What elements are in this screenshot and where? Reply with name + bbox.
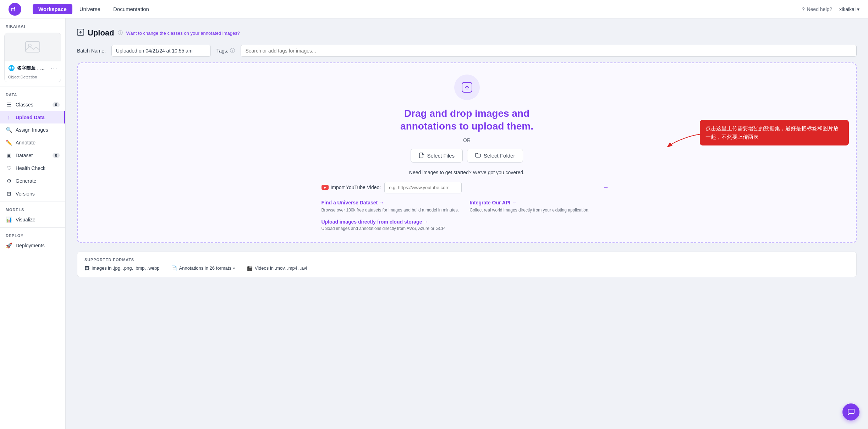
sidebar-item-label: Dataset	[16, 153, 49, 158]
universe-dataset-link-card: Find a Universe Dataset → Browse over 10…	[322, 200, 464, 213]
nav-right: ? Need help? xikaikai ▾	[802, 6, 859, 12]
chat-bubble-button[interactable]	[842, 403, 859, 420]
sidebar-item-classes[interactable]: ☰ Classes 0	[0, 98, 65, 111]
sidebar-item-label: Versions	[16, 191, 60, 197]
sidebar-item-deployments[interactable]: 🚀 Deployments	[0, 239, 65, 252]
select-folder-button[interactable]: Select Folder	[467, 149, 523, 163]
api-link-card: Integrate Our API → Collect real world i…	[470, 200, 612, 213]
folder-icon	[475, 153, 481, 158]
upload-arrow-icon	[77, 29, 84, 36]
links-grid: Find a Universe Dataset → Browse over 10…	[322, 200, 612, 213]
universe-dataset-desc: Browse over 100k free datasets for image…	[322, 207, 464, 213]
sidebar-item-versions[interactable]: ⊟ Versions	[0, 187, 65, 200]
page-header: Upload ⓘ Want to change the classes on y…	[77, 28, 857, 38]
youtube-input-wrap: →	[384, 182, 612, 193]
need-help-button[interactable]: ? Need help?	[802, 6, 832, 12]
project-name: 名字随意，最好…	[17, 65, 49, 71]
upload-page-icon	[77, 29, 84, 38]
deployments-icon: 🚀	[6, 242, 12, 249]
sidebar-divider-1	[0, 87, 65, 87]
nav-documentation[interactable]: Documentation	[108, 4, 155, 14]
youtube-url-input[interactable]	[384, 182, 462, 193]
page-title: Upload	[88, 28, 114, 38]
sidebar-item-health-check[interactable]: ♡ Health Check	[0, 162, 65, 175]
change-classes-link[interactable]: Want to change the classes on your annot…	[126, 31, 240, 36]
roboflow-logo-icon: rf	[9, 3, 21, 16]
sidebar-item-label: Classes	[16, 102, 49, 108]
help-circle-icon: ⓘ	[118, 30, 123, 36]
sidebar-item-dataset[interactable]: ▣ Dataset 0	[0, 149, 65, 162]
dropzone-need-images: Need images to get started? We've got yo…	[409, 170, 524, 175]
chat-icon	[847, 408, 855, 416]
sidebar-models-label: Models	[0, 203, 65, 213]
project-type: Object Detection	[5, 75, 61, 82]
batch-tags-row: Batch Name: Tags: ⓘ	[77, 45, 857, 57]
sidebar-data-label: Data	[0, 88, 65, 98]
callout-text: 点击这里上传需要增强的数据集，最好是把标签和图片放一起，不然要上传两次	[700, 120, 849, 145]
sidebar-deploy-label: Deploy	[0, 229, 65, 239]
cloud-storage-link[interactable]: Upload images directly from cloud storag…	[322, 219, 612, 225]
username-label: xikaikai	[839, 6, 856, 12]
integrate-api-link[interactable]: Integrate Our API →	[470, 200, 612, 205]
help-icon: ?	[802, 6, 805, 12]
universe-dataset-link[interactable]: Find a Universe Dataset →	[322, 200, 464, 205]
tags-help-icon: ⓘ	[230, 48, 235, 54]
nav-universe[interactable]: Universe	[74, 4, 106, 14]
project-thumbnail	[5, 33, 61, 61]
dropzone-icon-circle	[454, 75, 480, 100]
sidebar-item-visualize[interactable]: 📊 Visualize	[0, 213, 65, 226]
youtube-submit-arrow[interactable]: →	[603, 184, 609, 191]
youtube-row: Import YouTube Video: →	[322, 182, 612, 193]
sidebar-item-upload-data[interactable]: ↑ Upload Data	[0, 111, 65, 123]
nav-workspace[interactable]: Workspace	[33, 4, 72, 14]
callout-arrow-svg	[664, 127, 707, 152]
roboflow-logo[interactable]: rf	[9, 3, 21, 16]
select-files-button[interactable]: Select Files	[411, 149, 463, 163]
sidebar-item-label: Health Check	[16, 165, 60, 171]
sidebar: XIKAIKAI 🌐 名字随意，最好… ⋯ Object Detection D…	[0, 18, 66, 429]
user-menu[interactable]: xikaikai ▾	[839, 6, 859, 12]
dropzone-title: Drag and drop images and annotations to …	[400, 107, 533, 133]
sidebar-item-label: Deployments	[16, 243, 60, 248]
generate-icon: ⚙	[6, 178, 12, 184]
dropzone-upload-icon	[461, 82, 473, 93]
sidebar-item-label: Assign Images	[16, 127, 60, 133]
chevron-down-icon: ▾	[857, 6, 859, 12]
images-format-icon: 🖼	[84, 265, 89, 271]
formats-row: 🖼 Images in .jpg, .png, .bmp, .webp 📄 An…	[84, 265, 849, 271]
project-image-placeholder-icon	[24, 39, 41, 56]
project-more-button[interactable]: ⋯	[51, 64, 57, 72]
workspace-label: XIKAIKAI	[0, 18, 65, 30]
dataset-badge: 0	[53, 153, 60, 158]
videos-format-icon: 🎬	[247, 265, 253, 271]
dataset-icon: ▣	[6, 152, 12, 159]
sidebar-item-label: Visualize	[16, 217, 60, 222]
project-visibility-icon: 🌐	[8, 65, 15, 71]
dropzone-buttons: Select Files Select Folder	[411, 149, 523, 163]
sidebar-item-label: Annotate	[16, 140, 60, 145]
api-link-desc: Collect real world images directly from …	[470, 207, 612, 213]
project-card[interactable]: 🌐 名字随意，最好… ⋯ Object Detection	[4, 33, 61, 82]
svg-rect-2	[26, 42, 40, 52]
sidebar-item-annotate[interactable]: ✏️ Annotate	[0, 136, 65, 149]
project-info: 🌐 名字随意，最好… ⋯	[5, 61, 61, 75]
batch-name-input[interactable]	[111, 45, 211, 57]
batch-name-label: Batch Name:	[77, 48, 106, 54]
tags-input[interactable]	[241, 45, 857, 57]
sidebar-divider-2	[0, 202, 65, 202]
cloud-storage-row: Upload images directly from cloud storag…	[322, 219, 612, 231]
format-images: 🖼 Images in .jpg, .png, .bmp, .webp	[84, 265, 160, 271]
sidebar-item-generate[interactable]: ⚙ Generate	[0, 175, 65, 187]
classes-icon: ☰	[6, 101, 12, 108]
sidebar-item-label: Generate	[16, 178, 60, 184]
nav-links: Workspace Universe Documentation	[33, 4, 155, 14]
dropzone[interactable]: Drag and drop images and annotations to …	[77, 62, 857, 243]
svg-text:rf: rf	[11, 6, 15, 12]
callout-annotation: 点击这里上传需要增强的数据集，最好是把标签和图片放一起，不然要上传两次	[700, 120, 849, 145]
sidebar-item-assign-images[interactable]: 🔍 Assign Images	[0, 123, 65, 136]
top-navigation: rf Workspace Universe Documentation ? Ne…	[0, 0, 868, 18]
file-icon	[419, 153, 424, 158]
format-videos: 🎬 Videos in .mov, .mp4, .avi	[247, 265, 307, 271]
health-icon: ♡	[6, 165, 12, 171]
youtube-icon	[322, 185, 329, 190]
